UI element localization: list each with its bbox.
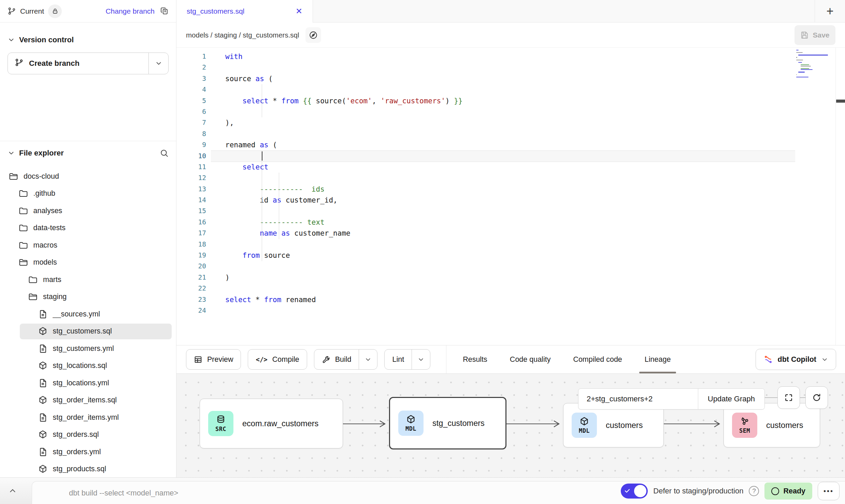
save-button[interactable]: Save — [794, 25, 835, 45]
text-cursor — [262, 151, 262, 161]
search-icon[interactable] — [160, 149, 169, 158]
tab-stg-customers-sql[interactable]: stg_customers.sql ✕ — [176, 0, 313, 23]
cube-icon — [579, 416, 589, 427]
tree-item-label: stg_locations.yml — [53, 379, 109, 387]
line-number: 1 — [176, 51, 211, 62]
tab-lineage[interactable]: Lineage — [644, 345, 672, 373]
tree-item-stg-order-items-yml[interactable]: stg_order_items.yml — [0, 409, 176, 426]
tree-item-stg-orders-yml[interactable]: stg_orders.yml — [0, 443, 176, 461]
copy-branch-icon[interactable] — [160, 7, 169, 15]
tree-item-label: models — [33, 258, 57, 267]
lineage-node-source[interactable]: SRC ecom.raw_customers — [200, 399, 343, 448]
line-number: 2 — [176, 62, 211, 73]
code-line-5: select * from {{ source('ecom', 'raw_cus… — [211, 95, 845, 106]
tree-item-data-tests[interactable]: data-tests — [0, 220, 176, 237]
update-graph-button[interactable]: Update Graph — [698, 389, 764, 409]
mdl-badge-label: MDL — [579, 427, 590, 434]
model-cube-icon — [38, 326, 48, 336]
build-button: Build — [314, 349, 378, 370]
file-explorer-header[interactable]: File explorer — [0, 145, 176, 161]
tab-compiled-code[interactable]: Compiled code — [572, 345, 622, 373]
code-line-23: select * from renamed — [211, 294, 845, 305]
tree-item-models[interactable]: models — [0, 254, 176, 271]
tree-item-stg-orders-sql[interactable]: stg_orders.sql — [0, 426, 176, 444]
code-line-4 — [211, 84, 845, 95]
line-number: 21 — [176, 272, 211, 283]
tree-item-label: stg_orders.yml — [53, 448, 101, 456]
code-line-6 — [211, 106, 845, 117]
fullscreen-button[interactable] — [777, 386, 800, 409]
lineage-node-customers-model[interactable]: MDL customers — [563, 403, 664, 447]
lint-label: Lint — [392, 355, 404, 364]
mdl-badge: MDL — [572, 413, 597, 438]
code-line-21: ) — [211, 272, 845, 283]
folder-icon — [18, 206, 28, 216]
lineage-canvas[interactable]: SRC ecom.raw_customers MDL stg_customers — [176, 373, 845, 477]
compile-button-main[interactable]: </> Compile — [248, 350, 306, 369]
build-button-main[interactable]: Build — [314, 350, 359, 369]
line-number: 13 — [176, 184, 211, 195]
lineage-node-stg-customers[interactable]: MDL stg_customers — [389, 397, 506, 449]
tree-item-label: docs-cloud — [24, 172, 59, 181]
tree-item--github[interactable]: .github — [0, 185, 176, 203]
lineage-node-customers-semantic[interactable]: SEM customers — [724, 403, 820, 447]
create-branch-main[interactable]: Create branch — [8, 53, 148, 74]
dbt-copilot-button[interactable]: dbt Copilot — [756, 349, 836, 370]
tree-item-staging[interactable]: staging — [0, 288, 176, 306]
lint-button-main[interactable]: Lint — [385, 350, 412, 369]
lineage-selector-panel: Update Graph — [578, 388, 765, 410]
refresh-button[interactable] — [805, 386, 828, 409]
document-icon — [38, 447, 48, 457]
chevron-up-icon[interactable] — [8, 486, 17, 496]
version-control-header[interactable]: Version control — [8, 33, 169, 47]
compass-icon[interactable] — [305, 27, 321, 43]
line-number: 20 — [176, 261, 211, 272]
code-line-20 — [211, 261, 845, 272]
tree-item-stg-order-items-sql[interactable]: stg_order_items.sql — [0, 392, 176, 409]
minimap-line — [801, 69, 813, 70]
tree-item-docs-cloud[interactable]: docs-cloud — [0, 168, 176, 185]
tree-item-stg-customers-sql[interactable]: stg_customers.sql — [0, 323, 176, 340]
tree-item-stg-locations-yml[interactable]: stg_locations.yml — [0, 374, 176, 392]
status-badge[interactable]: Ready — [764, 483, 812, 500]
compile-label: Compile — [272, 355, 299, 364]
preview-button: Preview — [186, 349, 241, 370]
editor-tabbar: stg_customers.sql ✕ + — [176, 0, 845, 23]
lint-menu-button[interactable] — [412, 350, 430, 369]
scrollbar-thumb[interactable] — [836, 100, 845, 103]
tree-item-macros[interactable]: macros — [0, 237, 176, 254]
line-number: 4 — [176, 84, 211, 95]
preview-label: Preview — [207, 355, 233, 364]
tree-item-stg-products-sql[interactable]: stg_products.sql — [0, 461, 176, 478]
line-number: 10 — [176, 151, 211, 162]
tab-code-quality[interactable]: Code quality — [509, 345, 552, 373]
minimap-line — [798, 62, 802, 63]
change-branch-link[interactable]: Change branch — [105, 7, 155, 15]
code-editor[interactable]: 123456789101112131415161718192021222324 … — [176, 48, 845, 345]
preview-button-main[interactable]: Preview — [186, 350, 241, 369]
indent-guide — [279, 173, 279, 239]
defer-toggle[interactable] — [621, 484, 648, 499]
tree-item-stg-locations-sql[interactable]: stg_locations.sql — [0, 357, 176, 375]
lineage-node-label: stg_customers — [432, 419, 485, 428]
tree-item--sources-yml[interactable]: __sources.yml — [0, 306, 176, 323]
tab-results[interactable]: Results — [462, 345, 488, 373]
tree-item-marts[interactable]: marts — [0, 271, 176, 288]
branch-locked-badge — [48, 4, 62, 18]
new-tab-icon[interactable]: + — [826, 5, 833, 17]
tree-item-analyses[interactable]: analyses — [0, 202, 176, 220]
tree-item-stg-customers-yml[interactable]: stg_customers.yml — [0, 340, 176, 357]
folder-icon — [18, 223, 28, 233]
minimap-line — [796, 57, 797, 58]
more-options-button[interactable]: ••• — [818, 482, 840, 500]
close-icon[interactable]: ✕ — [296, 7, 302, 15]
build-label: Build — [335, 355, 352, 364]
create-branch-menu-button[interactable] — [148, 53, 168, 74]
tree-item-label: marts — [43, 276, 61, 284]
editor-minimap[interactable] — [796, 50, 836, 79]
lineage-selector-input[interactable] — [578, 389, 698, 409]
tree-item-label: stg_orders.sql — [53, 430, 99, 439]
help-icon[interactable]: ? — [749, 486, 759, 496]
build-menu-button[interactable] — [359, 350, 377, 369]
folder-icon — [18, 240, 28, 250]
